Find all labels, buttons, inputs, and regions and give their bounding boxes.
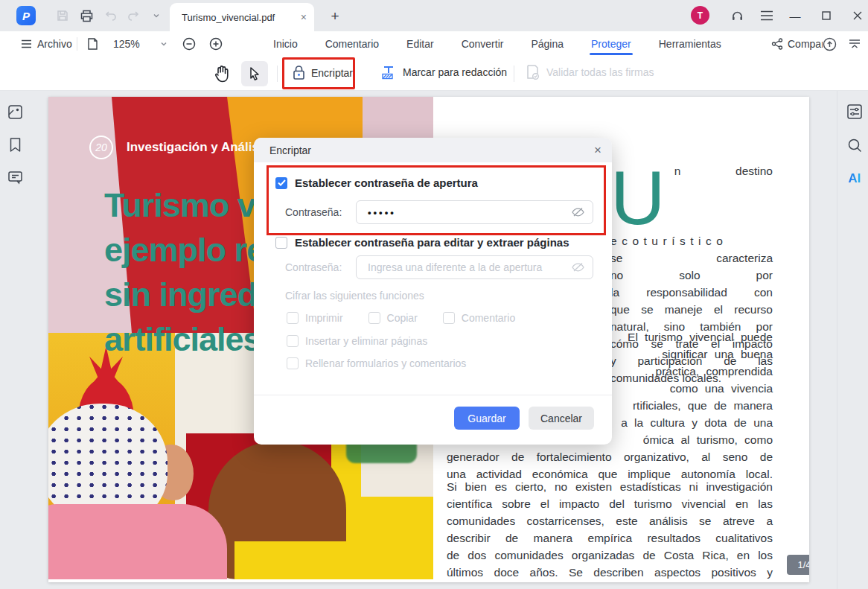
maximize-button[interactable] <box>817 6 836 25</box>
page-fit-icon[interactable] <box>86 31 99 57</box>
close-window-button[interactable] <box>848 6 867 25</box>
select-tool-icon[interactable] <box>241 61 268 86</box>
tab-editar[interactable]: Editar <box>405 31 435 57</box>
divider <box>837 91 837 589</box>
open-password-field-label: Contraseña: <box>285 206 342 219</box>
text-line: científica sobre el impacto del turismo … <box>447 495 773 512</box>
search-icon[interactable] <box>846 136 864 154</box>
perm-password-checkbox-row: Establecer contraseña para editar y extr… <box>275 236 569 249</box>
app-menu-icon[interactable] <box>758 7 776 25</box>
text-line: comunidades costarricenses, este análisi… <box>447 512 773 529</box>
open-password-label: Establecer contraseña de apertura <box>295 176 478 189</box>
properties-panel-icon[interactable] <box>846 103 864 121</box>
text-line: generador de fortalecimiento organizativ… <box>447 448 773 465</box>
encrypt-button[interactable]: Encriptar <box>293 65 353 80</box>
save-icon[interactable] <box>54 7 71 25</box>
share-button[interactable]: Compartir <box>771 31 823 57</box>
validate-signatures-label: Validar todas las firmas <box>546 66 654 78</box>
zoom-level-value[interactable]: 125% <box>113 31 140 57</box>
page-indicator: 1/4 <box>787 555 809 575</box>
tab-inicio[interactable]: Inicio <box>272 31 299 57</box>
perm-password-field-label: Contraseña: <box>285 261 342 274</box>
tab-herramientas[interactable]: Herramientas <box>657 31 723 57</box>
eye-slash-icon <box>571 261 585 273</box>
imprimir-label: Imprimir <box>305 312 343 324</box>
perm-password-checkbox[interactable] <box>275 237 287 249</box>
redo-icon[interactable] <box>125 7 143 25</box>
zoom-level-text: 125% <box>113 38 140 50</box>
pdf-editor-window: P Turismo_vivencial.pdf × + T — <box>0 0 868 589</box>
validate-signatures-button: Validar todas las firmas <box>526 64 654 80</box>
tab-pagina[interactable]: Página <box>529 31 565 57</box>
thumbnails-panel-icon[interactable] <box>6 103 24 121</box>
open-password-checkbox[interactable] <box>275 177 287 189</box>
print-icon[interactable] <box>77 7 95 25</box>
comentario-checkbox <box>443 312 455 324</box>
text-line: se caracteriza <box>610 249 773 267</box>
divider <box>277 66 278 82</box>
page-number-badge: 20 <box>89 136 113 159</box>
redaction-label: Marcar para redacción <box>403 66 507 78</box>
encrypt-dialog: Encriptar × Establecer contraseña de ape… <box>254 138 612 445</box>
validate-signatures-icon <box>526 64 540 80</box>
ai-assistant-icon[interactable]: AI <box>846 170 864 188</box>
zoom-out-icon[interactable] <box>182 31 197 57</box>
right-sidebar: AI <box>846 103 864 188</box>
document-tab-title: Turismo_vivencial.pdf <box>182 12 301 23</box>
section-title: Investigación y Análisis <box>127 140 269 155</box>
person-shirt <box>48 504 227 579</box>
zoom-dropdown-icon[interactable] <box>160 31 167 57</box>
encrypt-label: Encriptar <box>311 67 353 79</box>
eye-slash-icon[interactable] <box>571 206 585 218</box>
person-shirt-right <box>234 541 433 579</box>
lock-icon <box>293 65 305 80</box>
open-password-checkbox-row: Establecer contraseña de apertura <box>275 176 478 189</box>
fill-forms-label: Rellenar formularios y comentarios <box>305 357 466 369</box>
protect-toolbar: Encriptar Marcar para redacción Validar … <box>0 57 868 91</box>
support-headset-icon[interactable] <box>728 7 746 25</box>
collapse-toolbar-icon[interactable] <box>849 31 861 57</box>
insert-pages-label: Insertar y eliminar páginas <box>305 335 427 347</box>
copiar-label: Copiar <box>387 312 418 324</box>
document-tab[interactable]: Turismo_vivencial.pdf × <box>170 3 314 31</box>
app-logo: P <box>16 6 36 25</box>
perm-password-input: Ingresa una diferente a la de apertura <box>356 255 593 279</box>
dialog-close-icon[interactable]: × <box>594 143 601 158</box>
share-label: Compartir <box>788 38 823 50</box>
imprimir-checkbox <box>287 312 299 324</box>
text-line: últimos doce años. Se describen aspectos… <box>447 564 773 581</box>
comments-panel-icon[interactable] <box>6 168 24 186</box>
permission-options-row: Imprimir Copiar Comentario <box>287 312 515 324</box>
text-line: posibles impactos en ambas comunidades o… <box>447 581 773 582</box>
bookmarks-panel-icon[interactable] <box>6 136 24 153</box>
user-avatar[interactable]: T <box>691 6 709 25</box>
comentario-label: Comentario <box>462 312 515 324</box>
file-menu-label: Archivo <box>37 38 72 50</box>
dialog-header: Encriptar × <box>254 138 612 162</box>
hamburger-icon <box>21 39 32 48</box>
tab-convertir[interactable]: Convertir <box>460 31 505 57</box>
undo-icon[interactable] <box>101 7 119 25</box>
open-password-input[interactable]: ••••• <box>356 200 593 224</box>
hand-tool-icon[interactable] <box>213 64 231 86</box>
file-menu[interactable]: Archivo <box>21 31 72 57</box>
text-line: la responsabilidad con <box>610 284 773 301</box>
zoom-in-icon[interactable] <box>208 31 223 57</box>
close-tab-icon[interactable]: × <box>301 11 307 23</box>
text-line: que se maneje el recurso <box>610 301 773 318</box>
insert-pages-checkbox <box>287 335 299 347</box>
redaction-button[interactable]: Marcar para redacción <box>381 65 507 80</box>
password-placeholder: Ingresa una diferente a la de apertura <box>368 261 571 273</box>
new-tab-icon[interactable]: + <box>326 7 344 25</box>
paragraph-three: Si bien es cierto, no existen estadístic… <box>447 478 773 582</box>
dialog-title: Encriptar <box>269 144 594 156</box>
minimize-button[interactable]: — <box>785 6 805 25</box>
cancel-button[interactable]: Cancelar <box>529 407 594 430</box>
save-button[interactable]: Guardar <box>454 407 520 430</box>
copiar-checkbox <box>368 312 380 324</box>
tab-proteger[interactable]: Proteger <box>590 31 633 57</box>
tab-comentario[interactable]: Comentario <box>324 31 380 57</box>
history-dropdown-icon[interactable] <box>147 7 165 25</box>
upload-cloud-icon[interactable] <box>822 31 837 57</box>
menu-bar: Archivo 125% Inicio Comentario Editar Co… <box>0 31 868 57</box>
